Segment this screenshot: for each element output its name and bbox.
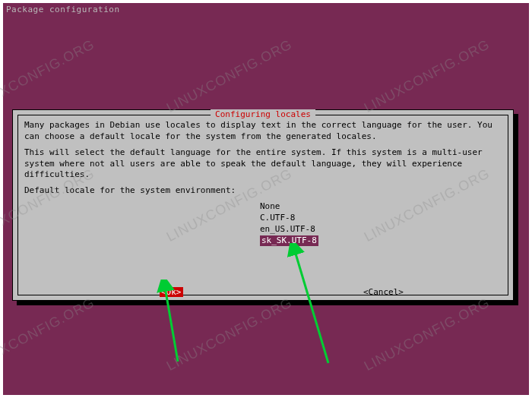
- config-dialog: Configuring locales Many packages in Deb…: [12, 109, 514, 301]
- dialog-title-text: Configuring locales: [215, 109, 311, 119]
- dialog-paragraph-1: Many packages in Debian use locales to d…: [24, 120, 502, 143]
- locale-options-list[interactable]: None C.UTF-8 en_US.UTF-8 sk_SK.UTF-8: [260, 201, 502, 246]
- locale-option-en-us-utf8[interactable]: en_US.UTF-8: [260, 224, 315, 235]
- dialog-prompt: Default locale for the system environmen…: [24, 185, 502, 197]
- dialog-frame: Configuring locales Many packages in Deb…: [17, 115, 508, 295]
- dialog-paragraph-2: This will select the default language fo…: [24, 147, 502, 182]
- locale-option-sk-sk-utf8[interactable]: sk_SK.UTF-8: [260, 235, 318, 247]
- cancel-button[interactable]: <Cancel>: [363, 287, 404, 297]
- terminal-background: Package configuration Configuring locale…: [3, 3, 529, 395]
- locale-option-none[interactable]: None: [260, 201, 280, 213]
- dialog-title: Configuring locales: [211, 109, 315, 119]
- ok-button[interactable]: <Ok>: [160, 287, 183, 297]
- window-header: Package configuration: [3, 3, 529, 16]
- locale-option-c-utf8[interactable]: C.UTF-8: [260, 213, 295, 224]
- dialog-content: Many packages in Debian use locales to d…: [18, 115, 508, 251]
